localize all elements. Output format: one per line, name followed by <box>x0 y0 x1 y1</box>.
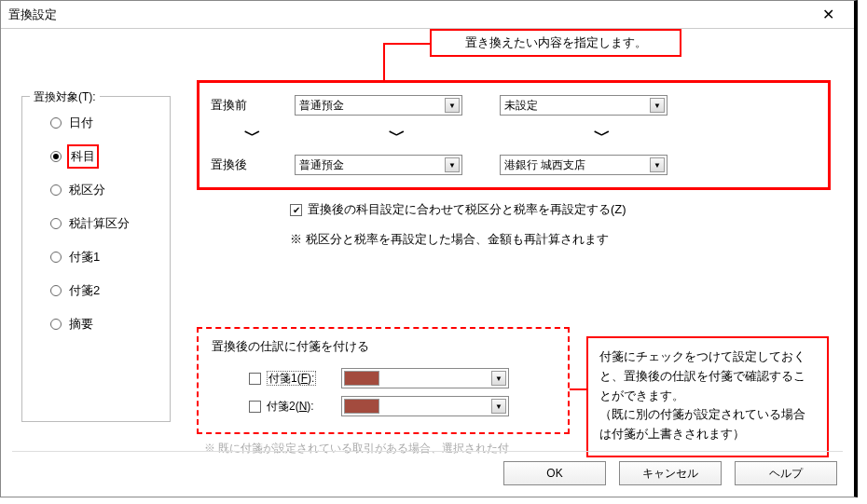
radio-date[interactable]: 日付 <box>35 106 160 140</box>
checkbox-icon <box>290 204 302 216</box>
close-button[interactable]: ✕ <box>809 2 846 28</box>
combo-value: 港銀行 城西支店 <box>504 157 585 173</box>
radio-fusen1[interactable]: 付箋1 <box>35 240 160 274</box>
radio-label: 付箋1 <box>69 249 100 266</box>
chevron-down-icon: ﹀ <box>500 124 705 146</box>
radio-label-highlight: 科目 <box>67 144 99 169</box>
dialog-window: 置換設定 ✕ 置き換えたい内容を指定します。 置換対象(T): 日付 科目 <box>0 0 858 497</box>
cancel-button[interactable]: キャンセル <box>619 461 722 485</box>
radio-account[interactable]: 科目 <box>35 140 160 173</box>
fusen2-row: 付箋2(N): ▼ <box>249 392 555 420</box>
callout-connector <box>383 43 430 45</box>
help-button[interactable]: ヘルプ <box>735 461 837 485</box>
radio-icon <box>50 117 62 129</box>
radio-summary[interactable]: 摘要 <box>35 307 160 341</box>
radio-icon <box>50 252 62 263</box>
radio-label: 科目 <box>71 149 95 163</box>
radio-label: 日付 <box>69 115 93 131</box>
radio-fusen2[interactable]: 付箋2 <box>35 274 160 307</box>
after-combo-detail[interactable]: 港銀行 城西支店 ▼ <box>500 155 667 175</box>
callout-text: 付箋にチェックをつけて設定しておくと、置換後の仕訳を付箋で確認することができます… <box>599 349 805 441</box>
check-label: 置換後の科目設定に合わせて税区分と税率を再設定する(Z) <box>308 201 626 218</box>
callout-text: 置き換えたい内容を指定します。 <box>465 34 647 51</box>
titlebar: 置換設定 ✕ <box>1 1 854 29</box>
fusen1-checkbox[interactable] <box>249 373 261 385</box>
radio-label: 税区分 <box>69 182 105 198</box>
before-combo-detail[interactable]: 未設定 ▼ <box>500 95 667 116</box>
fusen2-label: 付箋2(N): <box>267 399 341 415</box>
chevron-down-icon: ﹀ <box>295 124 500 146</box>
combo-value: 普通預金 <box>299 157 344 173</box>
after-row: 置換後 普通預金 ▼ 港銀行 城西支店 ▼ <box>211 152 817 178</box>
radio-icon <box>50 319 62 330</box>
close-icon: ✕ <box>822 6 834 23</box>
radio-icon <box>50 184 62 196</box>
replace-content-box: 置換前 普通預金 ▼ 未設定 ▼ ﹀ ﹀ ﹀ .chev,.chev2{colo… <box>197 80 831 190</box>
chevron-down-icon: ﹀ <box>211 124 295 146</box>
recalc-tax-check-row[interactable]: 置換後の科目設定に合わせて税区分と税率を再設定する(Z) <box>290 201 831 218</box>
chevron-down-icon: ▼ <box>650 98 665 113</box>
chevron-down-icon: ▼ <box>650 157 665 172</box>
arrow-row: ﹀ ﹀ ﹀ <box>211 124 817 146</box>
separator <box>12 451 843 452</box>
main-panel: 置換前 普通預金 ▼ 未設定 ▼ ﹀ ﹀ ﹀ .chev,.chev2{colo… <box>197 80 831 248</box>
callout-specify-content: 置き換えたい内容を指定します。 <box>430 29 681 57</box>
before-label: 置換前 <box>211 97 295 114</box>
fusen1-row: 付箋1(F): ▼ <box>249 364 555 392</box>
radio-label: 摘要 <box>69 316 93 333</box>
after-label: 置換後 <box>211 157 295 173</box>
radio-label: 付箋2 <box>69 282 100 299</box>
fusen-title: 置換後の仕訳に付箋を付ける <box>212 338 555 355</box>
recalc-note: ※ 税区分と税率を再設定した場合、金額も再計算されます <box>290 231 831 248</box>
callout-connector <box>570 388 586 390</box>
fusen2-checkbox[interactable] <box>249 401 261 413</box>
button-row: OK キャンセル ヘルプ <box>503 461 837 485</box>
ok-button[interactable]: OK <box>503 461 606 485</box>
radio-tax-category[interactable]: 税区分 <box>35 173 160 207</box>
fusen-box: 置換後の仕訳に付箋を付ける 付箋1(F): ▼ 付箋2(N): ▼ <box>197 327 570 434</box>
chevron-down-icon: ▼ <box>445 157 460 172</box>
fusen1-label: 付箋1(F): <box>267 371 341 387</box>
color-swatch <box>344 399 379 414</box>
radio-label: 税計算区分 <box>69 215 130 232</box>
before-row: 置換前 普通預金 ▼ 未設定 ▼ <box>211 92 817 118</box>
radio-icon <box>50 285 62 296</box>
after-combo-account[interactable]: 普通預金 ▼ <box>295 155 462 175</box>
fusen1-color-combo[interactable]: ▼ <box>341 368 509 388</box>
callout-fusen-explain: 付箋にチェックをつけて設定しておくと、置換後の仕訳を付箋で確認することができます… <box>586 336 829 457</box>
radio-tax-calc-category[interactable]: 税計算区分 <box>35 207 160 240</box>
dialog-body: 置き換えたい内容を指定します。 置換対象(T): 日付 科目 税区分 税計算区分 <box>1 29 854 497</box>
window-title: 置換設定 <box>8 7 809 23</box>
chevron-down-icon: ▼ <box>491 371 506 386</box>
fusen-truncated-note: ※ 既に付箋が設定されている取引がある場合、選択された付 <box>204 441 509 456</box>
replace-target-group: 置換対象(T): 日付 科目 税区分 税計算区分 付箋1 <box>21 96 171 422</box>
chevron-down-icon: ▼ <box>491 399 506 414</box>
color-swatch <box>344 371 379 386</box>
radio-icon <box>50 218 62 229</box>
fusen2-color-combo[interactable]: ▼ <box>341 396 509 416</box>
combo-value: 普通預金 <box>299 98 344 114</box>
chevron-down-icon: ▼ <box>445 98 460 113</box>
group-legend: 置換対象(T): <box>30 89 100 105</box>
combo-value: 未設定 <box>504 98 538 114</box>
radio-icon <box>50 151 62 162</box>
before-combo-account[interactable]: 普通預金 ▼ <box>295 95 462 116</box>
